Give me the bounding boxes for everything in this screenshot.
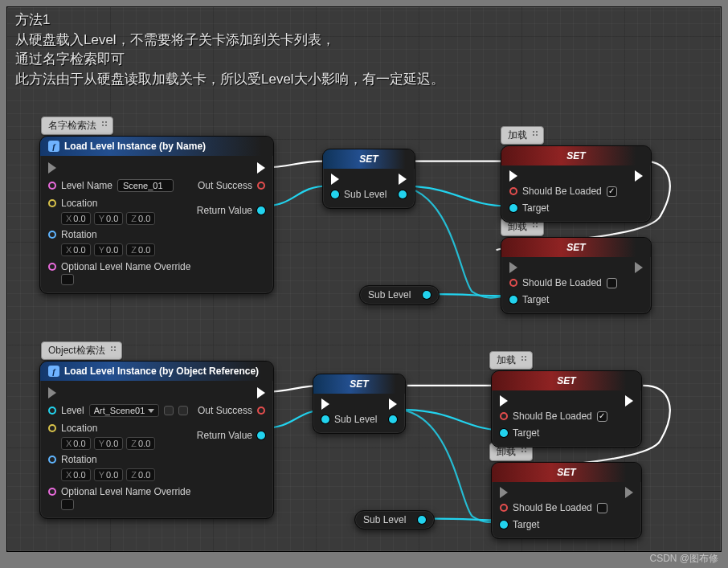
- node-title: SET: [492, 371, 641, 390]
- loc-z[interactable]: Z0.0: [126, 437, 155, 450]
- node-title: SET: [501, 146, 651, 165]
- exec-out-pin[interactable]: [257, 387, 265, 398]
- node-var-sublevel-2[interactable]: Sub Level: [354, 510, 435, 529]
- node-set-sublevel-1[interactable]: SET Sub Level: [322, 149, 415, 209]
- pin-should-be-loaded[interactable]: [500, 504, 508, 512]
- node-title: SET: [492, 463, 641, 482]
- exec-in-pin[interactable]: [509, 262, 517, 273]
- exec-in-pin[interactable]: [500, 487, 508, 498]
- node-set-unloaded-1[interactable]: SET Should Be Loaded Target: [501, 237, 652, 314]
- chevron-down-icon: [148, 409, 154, 413]
- pin-sublevel-in[interactable]: [321, 415, 329, 423]
- exec-in-pin[interactable]: [48, 162, 56, 174]
- override-input[interactable]: [61, 274, 74, 285]
- checkbox-loaded[interactable]: [597, 503, 607, 513]
- level-name-input[interactable]: Scene_01: [117, 179, 174, 192]
- exec-out-pin[interactable]: [399, 174, 407, 185]
- checkbox-loaded[interactable]: [607, 278, 617, 288]
- comment-load-1[interactable]: 加载: [501, 126, 544, 145]
- pin-out-success[interactable]: [257, 407, 265, 415]
- exec-in-pin[interactable]: [321, 398, 329, 410]
- comment-load-2[interactable]: 加载: [489, 351, 533, 370]
- pin-target[interactable]: [500, 429, 508, 437]
- line2: 从硬盘载入Level，不需要将子关卡添加到关卡列表，: [15, 31, 713, 51]
- pin-target[interactable]: [500, 521, 508, 529]
- checkbox-loaded[interactable]: [597, 411, 607, 422]
- line1: 方法1: [15, 10, 713, 31]
- pin-override[interactable]: [48, 263, 56, 271]
- checkbox-loaded[interactable]: [607, 186, 617, 197]
- pin-return-value[interactable]: [257, 206, 265, 215]
- pin-should-be-loaded[interactable]: [509, 187, 517, 195]
- pin-target[interactable]: [509, 296, 517, 304]
- node-title: f Load Level Instance (by Object Referen…: [40, 362, 273, 381]
- pin-override[interactable]: [48, 488, 56, 496]
- description-text: 方法1 从硬盘载入Level，不需要将子关卡添加到关卡列表， 通过名字检索即可 …: [12, 9, 716, 92]
- pin-should-be-loaded[interactable]: [509, 279, 517, 287]
- exec-out-pin[interactable]: [389, 398, 397, 410]
- loc-y[interactable]: Y0.0: [94, 212, 124, 225]
- node-title: SET: [313, 374, 405, 394]
- pin-location[interactable]: [48, 199, 56, 207]
- loc-x[interactable]: X0.0: [61, 437, 91, 450]
- level-asset-dropdown[interactable]: Art_Scene01: [89, 404, 160, 417]
- pin-rotation[interactable]: [48, 231, 56, 239]
- node-title: SET: [323, 149, 415, 169]
- exec-out-pin[interactable]: [625, 395, 633, 407]
- exec-in-pin[interactable]: [48, 387, 56, 398]
- pin-target[interactable]: [509, 204, 517, 212]
- loc-x[interactable]: X0.0: [61, 212, 91, 225]
- exec-in-pin[interactable]: [500, 395, 508, 407]
- node-set-sublevel-2[interactable]: SET Sub Level: [313, 374, 406, 434]
- exec-out-pin[interactable]: [257, 162, 265, 174]
- pin-location[interactable]: [48, 424, 56, 432]
- watermark: CSDN @图布修: [649, 552, 718, 566]
- rot-z[interactable]: Z0.0: [126, 468, 155, 481]
- exec-out-pin[interactable]: [635, 170, 643, 182]
- pin-out-success[interactable]: [257, 182, 265, 190]
- browse-asset-button[interactable]: [178, 406, 188, 415]
- line4: 此方法由于从硬盘读取加载关卡，所以受Level大小影响，有一定延迟。: [15, 70, 713, 90]
- line3: 通过名字检索即可: [15, 50, 713, 70]
- node-set-loaded-1[interactable]: SET Should Be Loaded Target: [501, 145, 652, 223]
- exec-in-pin[interactable]: [331, 174, 339, 185]
- use-asset-button[interactable]: [164, 406, 174, 415]
- pin-level-name[interactable]: [48, 182, 56, 190]
- pin-level[interactable]: [48, 407, 56, 415]
- comment-name-search[interactable]: 名字检索法: [41, 116, 113, 135]
- function-badge-icon: f: [48, 141, 59, 152]
- pin-should-be-loaded[interactable]: [500, 412, 508, 420]
- comment-object-search[interactable]: Object检索法: [41, 341, 122, 360]
- node-load-level-by-object[interactable]: f Load Level Instance (by Object Referen…: [39, 361, 274, 519]
- pin-return-value[interactable]: [257, 431, 265, 439]
- rot-z[interactable]: Z0.0: [126, 243, 155, 256]
- override-input[interactable]: [61, 499, 74, 510]
- pin-sublevel-in[interactable]: [331, 190, 339, 198]
- rot-y[interactable]: Y0.0: [94, 243, 124, 256]
- node-var-sublevel-1[interactable]: Sub Level: [359, 285, 440, 304]
- node-title: f Load Level Instance (by Name): [40, 137, 273, 156]
- pin-out[interactable]: [418, 516, 426, 524]
- pin-rotation[interactable]: [48, 456, 56, 464]
- node-set-unloaded-2[interactable]: SET Should Be Loaded Target: [491, 462, 642, 539]
- rot-x[interactable]: X0.0: [61, 243, 91, 256]
- node-set-loaded-2[interactable]: SET Should Be Loaded Target: [491, 370, 642, 447]
- pin-out[interactable]: [423, 291, 431, 299]
- function-badge-icon: f: [48, 366, 59, 377]
- node-title: SET: [501, 238, 651, 257]
- exec-out-pin[interactable]: [635, 262, 643, 273]
- loc-z[interactable]: Z0.0: [126, 212, 155, 225]
- pin-sublevel-out[interactable]: [389, 415, 397, 423]
- rot-x[interactable]: X0.0: [61, 468, 91, 481]
- exec-in-pin[interactable]: [509, 170, 517, 182]
- blueprint-canvas[interactable]: 方法1 从硬盘载入Level，不需要将子关卡添加到关卡列表， 通过名字检索即可 …: [6, 6, 722, 552]
- exec-out-pin[interactable]: [625, 487, 633, 498]
- loc-y[interactable]: Y0.0: [94, 437, 124, 450]
- node-load-level-by-name[interactable]: f Load Level Instance (by Name) Level Na…: [39, 136, 274, 294]
- rot-y[interactable]: Y0.0: [94, 468, 124, 481]
- pin-sublevel-out[interactable]: [399, 190, 407, 198]
